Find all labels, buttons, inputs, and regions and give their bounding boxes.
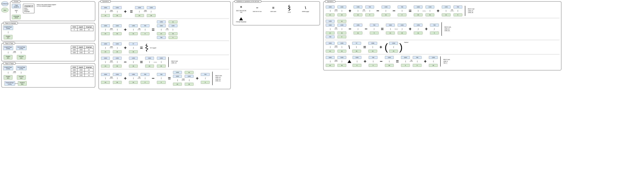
slash-icon: \ (305, 6, 306, 10)
lang-node: de (129, 65, 138, 68)
lang-node: en (326, 14, 334, 16)
p2p-table: linkIdpageIdlanguage 10001000en 10001200… (71, 46, 94, 54)
page-node: 789 (141, 24, 150, 27)
lang-node: en (135, 14, 144, 17)
page-node: GermanPage (1200) (16, 46, 26, 50)
page-node: 1000 (326, 42, 334, 45)
plus-icon: + (436, 8, 440, 14)
rest-note: REST-Call: 1000, en (171, 60, 178, 64)
lang-node: fr (369, 64, 378, 67)
lang-node: fr (370, 32, 378, 34)
page-node: 789 (369, 56, 378, 59)
lang-node: de (113, 65, 122, 68)
page-node: 1456 (354, 6, 362, 9)
legend-panel: Definitions of operators on the left sid… (233, 1, 320, 25)
plus-icon: + (423, 59, 428, 64)
result-tree: 1456es 1000en 789 1200de 789fr (157, 21, 178, 39)
p2ps-table: linkIdpageIdlanguage 10001000en 10001200… (71, 66, 94, 77)
legend-eq: =click save (268, 6, 279, 12)
page-node: 1200 (113, 43, 122, 45)
lang-node: de (338, 64, 346, 67)
rest-bar (168, 57, 169, 67)
page-to-language-panel: Page to Language EnglishPage (1000) Engl… (1, 23, 95, 41)
page-node: 57 (352, 42, 361, 45)
ll-field: linkId (24, 8, 33, 9)
lang-node: German (de) (17, 75, 26, 80)
lang-node: de (398, 32, 406, 34)
page-node: 1200 (426, 6, 434, 9)
page-node: 1200 (185, 75, 194, 78)
domain-panel-tab: Domain (12, 0, 20, 3)
equals-icon: = (362, 45, 367, 50)
page-node: EspanolPage (1456) (4, 81, 15, 86)
lang-node: fr (398, 14, 406, 16)
page-node: 1200 (352, 56, 361, 59)
error-note: "de" doppelt (150, 47, 156, 49)
lang-node: Espanol (es) (18, 81, 27, 86)
lang-node: es (354, 32, 362, 34)
domain-area: Confluence Java Domain Page (pageId) lin… (1, 1, 95, 21)
lang-node: es (129, 32, 138, 35)
minus-icon: − (364, 26, 368, 32)
lang-node: fr (338, 35, 346, 38)
page-node: 1200 (113, 24, 122, 27)
lang-node: en (414, 14, 422, 16)
page-node: 1200 (389, 42, 398, 45)
equals-icon: = (139, 59, 144, 65)
page-node: 1000 (414, 6, 422, 9)
page-node: 1200 (113, 73, 122, 76)
lang-node: de (129, 50, 138, 53)
lang-node: en (368, 50, 377, 53)
plus-icon: + (123, 9, 128, 14)
legend-minus: −click bin in row (251, 6, 263, 12)
plus-icon: + (195, 76, 200, 81)
op-row: 1000en 1000 1200de 1200it + 789fr − 1200… (325, 54, 560, 69)
op-row: 1000en 1000 1200de + 1456es 789 789fr − … (325, 4, 560, 18)
page-node: 1456 (129, 24, 138, 27)
lang-node: de (338, 14, 346, 16)
lang-node: en (101, 32, 110, 35)
lang-node: en (386, 32, 395, 34)
page-node: 789 (413, 56, 422, 59)
lang-node: en (157, 32, 166, 35)
lang-node: fr (430, 32, 439, 34)
panel-tab: Page to Pages (3, 62, 16, 65)
lang-node: fr (365, 14, 374, 16)
rest-note: REST-Call: 1000, it 789, fr (443, 59, 450, 64)
right-column: Operations 1000en 1000 1200de + 1456es 7… (323, 1, 561, 70)
plus-icon: + (363, 59, 367, 64)
page-node: 1456 (382, 6, 390, 9)
page-node: 1456 (326, 20, 334, 23)
languagelink-box: LanguageLink linkId pageId language (23, 4, 34, 13)
lang-node: fr (201, 81, 210, 84)
lang-node: English (en) (4, 75, 12, 80)
plus-icon: + (123, 45, 128, 51)
lang-node: de (169, 32, 178, 35)
lang-node: German (de) (17, 55, 26, 59)
plus-icon: + (123, 76, 128, 81)
page-node: GermanPage (1200) (16, 66, 26, 70)
page-node: 1200 (157, 57, 166, 60)
lang-node: fr (141, 32, 150, 35)
page-node: 1000 (101, 43, 110, 45)
page-node: 1000 (173, 75, 182, 78)
page-node: 1456 (173, 71, 182, 74)
lang-node: en (101, 14, 110, 17)
lang-node: en (326, 50, 334, 53)
page-node: 1000 (326, 56, 334, 59)
lang-node: English (en) (4, 55, 12, 59)
op-row: 1000en 1000 1200de − 1200de = 1000en 120… (100, 55, 229, 69)
rest-bar (465, 6, 465, 16)
page-node: 1000 (101, 24, 110, 27)
op-row: 1456es 1000en 789 1200de 789fr − 1456es … (325, 18, 560, 40)
minus-icon: − (379, 59, 384, 64)
lang-node: fr (157, 81, 166, 84)
plus-icon: + (240, 5, 242, 9)
page-node: 1200 (338, 6, 346, 9)
plus-icon: + (378, 45, 383, 50)
lang-node: fr (454, 14, 462, 16)
page-node: 1200 (147, 6, 156, 9)
p2p-cluster: EnglishPage (1000)English (en) 1000 Germ… (3, 46, 26, 59)
lang-node: en (326, 64, 334, 67)
triangle-icon (348, 60, 351, 63)
